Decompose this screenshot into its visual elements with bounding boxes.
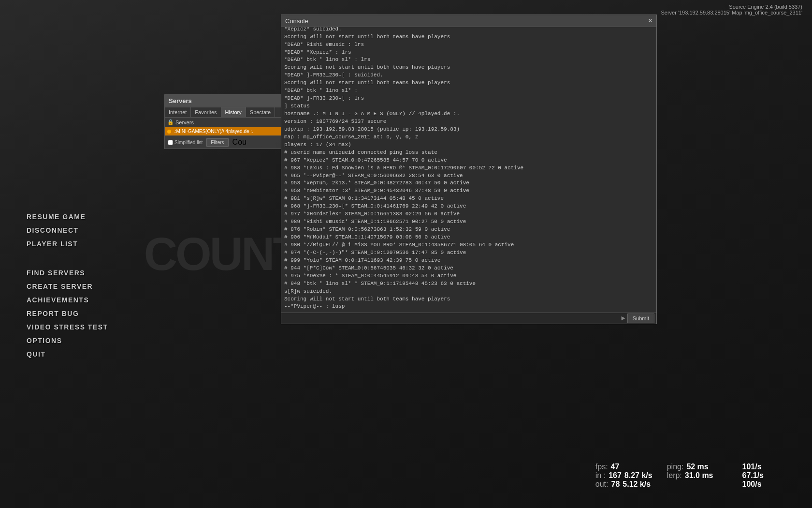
tab-spectate[interactable]: Spectate (246, 107, 275, 117)
ping-stat: ping: 52 ms (667, 463, 713, 471)
console-line: --*PViper@-- : lusp (284, 303, 653, 311)
servers-tabs: Internet Favorites History Spectate (165, 107, 285, 118)
console-input-row: ► Submit (281, 313, 656, 324)
right2-value: 67.1/s (742, 471, 764, 480)
console-title: Console (285, 17, 308, 25)
right3-stat: 100/s (742, 480, 764, 489)
filters-button[interactable]: Filters (206, 138, 228, 147)
console-line: Scoring will not start until both teams … (284, 79, 653, 87)
console-line: # 967 *Xepicz* STEAM_0:0:47265585 44:57 … (284, 157, 653, 164)
menu-quit[interactable]: QUIT (27, 350, 108, 358)
console-line: # userid name uniqueid connected ping lo… (284, 149, 653, 157)
menu-achievements[interactable]: ACHIEVEMENTS (27, 296, 108, 304)
in-value: 167 (609, 471, 622, 480)
fps-label: fps: (595, 463, 608, 471)
console-input[interactable] (281, 313, 619, 324)
console-line: Scoring will not start until both teams … (284, 33, 653, 41)
lerp-label: lerp: (667, 471, 682, 480)
console-line: Scoring will not start until both teams … (284, 64, 653, 72)
console-submit-area: ► Submit (619, 313, 656, 324)
console-line: # 981 *s[R]w* STEAM_0:1:34173144 05:48 4… (284, 195, 653, 203)
ping-value: 52 ms (686, 463, 708, 471)
console-line: # 906 *MrModal* STEAM_0:1:40715079 03:08… (284, 234, 653, 241)
tab-favorites[interactable]: Favorites (191, 107, 221, 117)
engine-info: Source Engine 2.4 (build 5337) (661, 4, 802, 10)
console-line: # 948 *btk * lino sl* * STEAM_0:1:171954… (284, 280, 653, 288)
console-window: Console × *Xepicz* suicided. Scoring wil… (281, 15, 657, 324)
lerp-stat: lerp: 31.0 ms (667, 471, 713, 480)
console-line: version : 1807769/24 5337 secure (284, 118, 653, 126)
menu-report-bug[interactable]: REPORT BUG (27, 310, 108, 317)
console-line: # 968 *]-FR33_230-[* STEAM_0:0:41461769 … (284, 203, 653, 210)
menu-resume-game[interactable]: RESUME GAME (27, 213, 108, 221)
console-line: # 974 *(-C-(-,-)-)"* STEAM_0:0:12070536 … (284, 249, 653, 257)
menu-find-servers[interactable]: FIND SERVERS (27, 269, 108, 277)
out-label: out: (595, 480, 609, 489)
menu-create-server[interactable]: CREATE SERVER (27, 283, 108, 290)
in-kbs: 8.27 k/s (624, 471, 652, 480)
simplified-list-checkbox[interactable] (168, 140, 173, 145)
console-close-button[interactable]: × (648, 17, 652, 25)
console-line: # 988 *Laxus : Ed Snowden is a HERO ®* S… (284, 164, 653, 172)
console-line: udp/ip : 193.192.59.83:28015 (public ip:… (284, 126, 653, 134)
out-stat: out: 78 5.12 k/s (595, 480, 652, 489)
console-line: # 999 *Yolo* STEAM_0:0:17411693 42:39 75… (284, 257, 653, 265)
console-titlebar: Console × (281, 15, 656, 27)
count-text: Cou (232, 138, 246, 147)
submit-icon: ► (621, 314, 625, 322)
console-line: *DEAD* Rishi #music : lrs (284, 41, 653, 49)
right2-stat: 67.1/s (742, 471, 764, 480)
menu-disconnect[interactable]: DISCONNECT (27, 226, 108, 234)
lock-icon: 🔒 (167, 119, 174, 125)
console-line: # 876 *Robin* STEAM_0:0:56273863 1:52:32… (284, 226, 653, 234)
tab-history[interactable]: History (221, 107, 246, 117)
servers-subheader-label: Servers (175, 120, 194, 125)
servers-footer: Simplified list Filters Cou (165, 135, 285, 149)
bottom-stats: fps: 47 ping: 52 ms 101/s in : 167 8.27 … (595, 463, 764, 489)
console-line: # 953 *xepTum, 2k13.* STEAM_0:0:48272783… (284, 179, 653, 187)
console-line: # 965 '--PViper@--' STEAM_0:0:56096682 2… (284, 172, 653, 180)
right1-value: 101/s (742, 463, 762, 471)
console-line: # 958 *n00binator :3* STEAM_0:0:45432046… (284, 187, 653, 195)
right3-value: 100/s (742, 480, 762, 489)
menu-video-stress[interactable]: VIDEO STRESS TEST (27, 323, 108, 331)
server-name: .:MINI-GAMES(ONLY)// 4played.de :. (174, 129, 253, 134)
console-submit-button[interactable]: Submit (627, 314, 654, 323)
console-line: players : 17 (34 max) (284, 141, 653, 149)
console-line: *Xepicz* suicided. (284, 27, 653, 33)
console-line: Scoring will not start until both teams … (284, 296, 653, 303)
console-line: # 989 *Rishi #music* STEAM_0:1:18662571 … (284, 218, 653, 226)
menu-options[interactable]: OPTIONS (27, 337, 108, 344)
in-label: in : (595, 471, 606, 480)
right1-stat: 101/s (742, 463, 764, 471)
servers-subheader: 🔒 Servers (165, 118, 285, 127)
console-line: # 944 *[P*C]Cow* STEAM_0:0:56745035 46:3… (284, 265, 653, 272)
fps-value: 47 (611, 463, 620, 471)
console-line: s[R]w suicided. (284, 288, 653, 296)
console-line: ] status (284, 103, 653, 110)
console-line: hostname .: M I N I - G A M E S (ONLY) /… (284, 110, 653, 118)
lerp-value: 31.0 ms (685, 471, 713, 480)
servers-panel-title: Servers (165, 95, 285, 107)
main-menu: RESUME GAME DISCONNECT PLAYER LIST FIND … (27, 213, 108, 358)
menu-player-list[interactable]: PLAYER LIST (27, 240, 108, 248)
server-row[interactable]: .:MINI-GAMES(ONLY)// 4played.de :. (165, 127, 285, 135)
in-stat: in : 167 8.27 k/s (595, 471, 652, 480)
simplified-list-label[interactable]: Simplified list (168, 140, 203, 145)
console-line: map : mg_office_course_2011 at: 0, y, 0,… (284, 134, 653, 141)
console-line: # 980 *//MiQUEL// @ i MiSS YOU BRO* STEA… (284, 241, 653, 249)
console-line: *DEAD* btk * lino sl* : (284, 87, 653, 95)
tab-internet[interactable]: Internet (165, 107, 191, 117)
console-line: *DEAD* *Xepicz* : lrs (284, 49, 653, 57)
console-line: # 975 *sDex%e : * STEAM_0:0:44545912 09:… (284, 272, 653, 280)
server-info: Server '193.192.59.83:28015' Map 'mg_off… (661, 10, 802, 15)
out-kbs: 5.12 k/s (623, 480, 651, 489)
ping-label: ping: (667, 463, 684, 471)
servers-panel: Servers Internet Favorites History Spect… (164, 94, 285, 149)
top-right-info: Source Engine 2.4 (build 5337) Server '1… (661, 4, 802, 15)
console-line: *DEAD* ]-FR33_230-[ : suicided. (284, 72, 653, 79)
server-status-dot (167, 130, 171, 134)
console-line: *DEAD* ]-FR33_230-[ : lrs (284, 95, 653, 103)
fps-stat: fps: 47 (595, 463, 652, 471)
console-output[interactable]: *Xepicz* suicided. Scoring will not star… (281, 27, 656, 313)
